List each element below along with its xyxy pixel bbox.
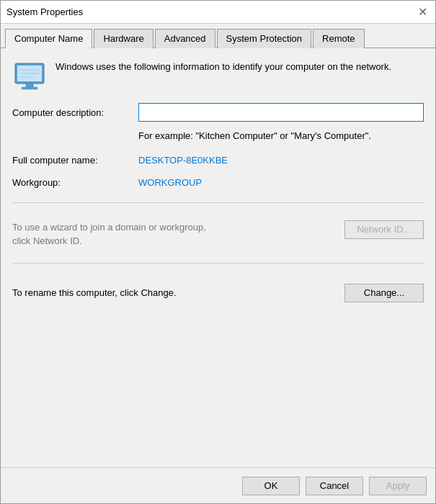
ok-button[interactable]: OK bbox=[242, 477, 300, 495]
svg-rect-3 bbox=[22, 87, 37, 89]
separator-1 bbox=[12, 202, 424, 203]
workgroup-label: Workgroup: bbox=[12, 177, 138, 188]
workgroup-row: Workgroup: WORKGROUP bbox=[12, 177, 424, 188]
tab-computer-name[interactable]: Computer Name bbox=[5, 29, 92, 48]
change-section: To rename this computer, click Change. C… bbox=[12, 284, 424, 302]
apply-button[interactable]: Apply bbox=[369, 477, 427, 495]
computer-icon bbox=[12, 63, 47, 91]
tab-content: Windows uses the following information t… bbox=[1, 48, 435, 467]
form-section: Computer description: For example: "Kitc… bbox=[12, 103, 424, 143]
tab-advanced[interactable]: Advanced bbox=[155, 29, 215, 48]
full-computer-name-value: DESKTOP-8E0KKBE bbox=[138, 155, 228, 166]
change-button[interactable]: Change... bbox=[344, 284, 424, 302]
window-title: System Properties bbox=[6, 6, 83, 17]
full-computer-name-row: Full computer name: DESKTOP-8E0KKBE bbox=[12, 155, 424, 166]
separator-2 bbox=[12, 263, 424, 264]
network-id-button[interactable]: Network ID... bbox=[344, 220, 424, 239]
footer: OK Cancel Apply bbox=[1, 467, 435, 503]
computer-description-row: Computer description: bbox=[12, 103, 424, 122]
tab-remote[interactable]: Remote bbox=[313, 29, 365, 48]
cancel-button[interactable]: Cancel bbox=[306, 477, 363, 495]
rename-text: To rename this computer, click Change. bbox=[12, 287, 177, 298]
title-bar: System Properties ✕ bbox=[1, 1, 435, 24]
tab-system-protection[interactable]: System Protection bbox=[217, 29, 312, 48]
network-id-text: To use a wizard to join a domain or work… bbox=[12, 220, 214, 248]
info-row: Windows uses the following information t… bbox=[12, 60, 424, 91]
network-id-section: To use a wizard to join a domain or work… bbox=[12, 220, 424, 248]
computer-description-input[interactable] bbox=[138, 103, 424, 122]
full-computer-name-label: Full computer name: bbox=[12, 155, 138, 166]
hint-text: For example: "Kitchen Computer" or "Mary… bbox=[138, 129, 424, 143]
workgroup-value: WORKGROUP bbox=[138, 177, 202, 188]
info-text: Windows uses the following information t… bbox=[55, 60, 391, 74]
tab-bar: Computer Name Hardware Advanced System P… bbox=[1, 24, 435, 48]
close-button[interactable]: ✕ bbox=[415, 5, 430, 19]
svg-rect-2 bbox=[26, 84, 33, 87]
system-properties-window: System Properties ✕ Computer Name Hardwa… bbox=[0, 0, 436, 504]
computer-description-label: Computer description: bbox=[12, 107, 138, 118]
tab-hardware[interactable]: Hardware bbox=[94, 29, 153, 48]
